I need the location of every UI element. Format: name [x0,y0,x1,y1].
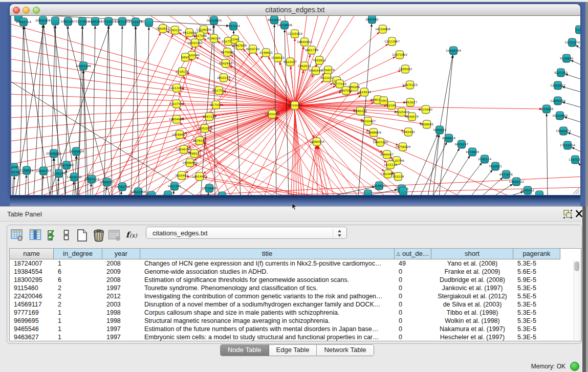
cell-year[interactable]: 2008 [102,276,140,284]
new-file-icon[interactable] [76,229,88,244]
table-gear-icon[interactable] [11,229,24,244]
cell-title[interactable]: Estimation of the future numbers of pati… [140,325,395,333]
cell-name[interactable]: 18724007 [10,259,54,268]
cell-name[interactable]: 14569117 [10,300,54,309]
cell-in_degree[interactable]: 2 [54,300,102,309]
cell-title[interactable]: Genome-wide association studies in ADHD. [140,268,395,276]
cell-out_de[interactable]: 49 [395,259,431,268]
cell-out_de[interactable]: 0 [395,317,431,325]
cell-in_degree[interactable]: 6 [54,268,102,276]
cell-title[interactable]: Changes of HCN gene expression and I(f) … [140,259,395,268]
cell-name[interactable]: 22420046 [10,292,54,300]
column-header-year[interactable]: year [102,249,140,259]
cell-title[interactable]: Estimation of significance thresholds fo… [140,276,395,284]
cell-out_de[interactable]: 0 [395,276,431,284]
cell-short[interactable]: Nakamura et al. (1997) [431,325,513,333]
cell-out_de[interactable]: 0 [395,292,431,300]
cell-short[interactable]: Franke et al. (2009) [431,268,513,276]
cell-in_degree[interactable]: 1 [54,259,102,268]
cell-pagerank[interactable]: 5.6E-5 [513,268,560,276]
graph-node-unlabeled[interactable] [364,190,372,195]
cell-in_degree[interactable]: 6 [54,276,102,284]
graph-node-unlabeled[interactable] [148,191,156,195]
table-row[interactable]: 1830029562008Estimation of significance … [10,276,560,284]
cell-short[interactable]: Hescheler et al. (1997) [431,333,513,341]
tab-network-table[interactable]: Network Table [317,345,373,356]
cell-title[interactable]: Corpus callosum shape and size in male p… [140,309,395,317]
table-row[interactable]: 946554611997Estimation of the future num… [10,325,560,333]
vertical-scrollbar[interactable] [573,260,580,340]
table-row[interactable]: 2242004622012Investigating the contribut… [10,292,560,300]
cell-title[interactable]: Embryonic stem cells: a model to study s… [140,333,395,341]
cell-in_degree[interactable]: 1 [54,309,102,317]
cell-year[interactable]: 1998 [102,317,140,325]
table-row[interactable]: 1872400712008Changes of HCN gene express… [10,259,560,268]
cell-out_de[interactable]: 0 [395,284,431,292]
row-height-icon[interactable] [63,229,70,244]
cell-pagerank[interactable]: 5.3E-5 [513,309,560,317]
table-row[interactable]: 1456911722003Disruption of a novel membe… [10,300,560,309]
function-icon[interactable]: f(x) [125,229,139,243]
cell-in_degree[interactable]: 1 [54,325,102,333]
table-selector-combo[interactable]: citations_edges.txt [146,227,347,239]
cell-year[interactable]: 2012 [102,292,140,300]
cell-name[interactable]: 9699695 [10,317,54,325]
graph-node-unlabeled[interactable] [164,191,172,195]
resize-grip-icon[interactable] [572,186,580,194]
cell-in_degree[interactable]: 2 [54,284,102,292]
cell-year[interactable]: 1997 [102,284,140,292]
column-header-title[interactable]: title [140,249,395,259]
tab-edge-table[interactable]: Edge Table [269,345,317,356]
cell-pagerank[interactable]: 5.3E-5 [513,333,560,341]
cell-name[interactable]: 19384554 [10,268,54,276]
cell-pagerank[interactable]: 5.5E-5 [513,292,560,300]
cell-out_de[interactable]: 0 [395,333,431,341]
cell-pagerank[interactable]: 5.3E-5 [513,259,560,268]
table-row[interactable]: 1938455462009Genome-wide association stu… [10,268,560,276]
cell-pagerank[interactable]: 5.3E-5 [513,284,560,292]
select-columns-icon[interactable] [47,229,59,244]
table-column-icon[interactable] [29,229,42,244]
tab-node-table[interactable]: Node Table [221,345,269,356]
cell-pagerank[interactable]: 5.3E-5 [513,317,560,325]
cell-out_de[interactable]: 0 [395,325,431,333]
cell-short[interactable]: Stergiakouli et al. (2012) [431,292,513,300]
cell-in_degree[interactable]: 1 [54,333,102,341]
network-canvas[interactable]: 1405571420691406108532671527602646616010… [11,16,580,195]
column-header-out_de[interactable]: △out_de… [395,249,431,259]
cell-out_de[interactable]: 0 [395,309,431,317]
cell-year[interactable]: 2008 [102,259,140,268]
column-header-short[interactable]: short [431,249,513,259]
cell-year[interactable]: 1997 [102,325,140,333]
close-panel-icon[interactable] [575,210,583,217]
cell-name[interactable]: 9465546 [10,325,54,333]
cell-pagerank[interactable]: 5.3E-5 [513,325,560,333]
cell-name[interactable]: 9115460 [10,284,54,292]
window-titlebar[interactable]: citations_edges.txt [10,4,580,16]
table-row[interactable]: 946362711997Embryonic stem cells: a mode… [10,333,560,341]
cell-short[interactable]: Jankovic et al. (1997) [431,284,513,292]
cell-year[interactable]: 1998 [102,309,140,317]
column-header-name[interactable]: name [10,249,54,259]
column-header-in_degree[interactable]: in_degree [54,249,102,259]
cell-year[interactable]: 1997 [102,333,140,341]
cell-out_de[interactable]: 0 [395,300,431,309]
cell-in_degree[interactable]: 2 [54,292,102,300]
column-header-pagerank[interactable]: pagerank [513,249,560,259]
cell-title[interactable]: Structural magnetic resonance image aver… [140,317,395,325]
graph-node-unlabeled[interactable] [52,17,59,25]
cell-title[interactable]: Disruption of a novel member of a sodium… [140,300,395,309]
table-row[interactable]: 911546021997Tourette syndrome. Phenomeno… [10,284,560,292]
cell-pagerank[interactable]: 5.9E-5 [513,276,560,284]
cell-short[interactable]: Yano et al. (2008) [431,259,513,268]
trash-icon[interactable] [92,229,105,244]
graph-node-unlabeled[interactable] [145,18,153,27]
cell-short[interactable]: de Silva et al. (2003) [431,300,513,309]
cell-pagerank[interactable]: 5.3E-5 [513,300,560,309]
graph-node-unlabeled[interactable] [219,192,226,195]
cell-name[interactable]: 9463627 [10,333,54,341]
scrollbar-thumb[interactable] [574,261,579,271]
cell-name[interactable]: 9777169 [10,309,54,317]
cell-in_degree[interactable]: 1 [54,317,102,325]
cell-year[interactable]: 2009 [102,268,140,276]
